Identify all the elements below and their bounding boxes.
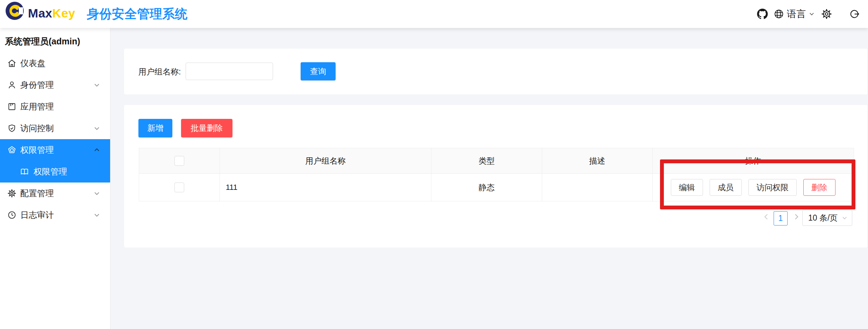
sidebar-item-label: 应用管理	[20, 101, 54, 112]
sidebar-item-dashboard[interactable]: 仪表盘	[0, 52, 110, 74]
header-type: 类型	[431, 148, 542, 174]
chevron-down-icon	[93, 212, 100, 219]
sidebar-item-access-control[interactable]: 访问控制	[0, 117, 110, 139]
maxkey-admin-page: MaxKey 身份安全管理系统 语言	[0, 0, 868, 329]
search-panel: 用户组名称: 查询	[124, 49, 867, 94]
project-icon	[7, 102, 17, 112]
top-header: MaxKey 身份安全管理系统 语言	[0, 0, 868, 28]
sidebar-item-label: 仪表盘	[20, 58, 45, 69]
book-icon	[20, 167, 29, 177]
sidebar-subitem-permissions[interactable]: 权限管理	[0, 161, 110, 183]
brand-key: Key	[52, 6, 76, 20]
sidebar-item-audit-log[interactable]: 日志审计	[0, 204, 110, 226]
chevron-down-icon	[841, 215, 848, 221]
sidebar-item-label: 权限管理	[20, 144, 54, 156]
chevron-down-icon	[93, 125, 100, 132]
query-button[interactable]: 查询	[301, 62, 336, 80]
select-all-cell	[139, 148, 220, 174]
home-icon	[7, 58, 17, 68]
page-size-select[interactable]: 10 条/页	[802, 210, 852, 226]
group-name-label: 用户组名称:	[138, 66, 181, 77]
row-select-cell	[139, 174, 220, 201]
language-label: 语言	[787, 8, 806, 20]
members-button[interactable]: 成员	[710, 179, 742, 196]
sidebar-nav: 仪表盘 身份管理 应用管理	[0, 52, 110, 226]
brand-wordmark: MaxKey	[28, 6, 75, 20]
sidebar-item-label: 身份管理	[20, 79, 54, 91]
pagination-prev-icon[interactable]	[762, 213, 770, 221]
user-icon	[7, 80, 17, 90]
table-row: 111 静态 编辑 成员 访问权限 删除	[139, 174, 854, 201]
maxkey-c-logo	[5, 1, 24, 21]
cell-group-name: 111	[220, 174, 431, 201]
chevron-down-icon	[93, 190, 100, 197]
sidebar-item-applications[interactable]: 应用管理	[0, 96, 110, 117]
sidebar-item-permissions[interactable]: 权限管理	[0, 139, 110, 161]
group-name-input[interactable]	[186, 63, 273, 80]
chevron-up-icon	[93, 146, 100, 153]
batch-delete-button[interactable]: 批量删除	[181, 119, 232, 137]
sidebar-item-label: 访问控制	[20, 123, 54, 134]
language-chevron-down-icon	[809, 11, 815, 17]
language-selector[interactable]: 语言	[774, 0, 815, 28]
row-checkbox[interactable]	[174, 183, 184, 192]
sidebar-user-title: 系统管理员(admin)	[5, 36, 80, 47]
sidebar-item-identity[interactable]: 身份管理	[0, 74, 110, 96]
clock-icon	[7, 210, 17, 220]
header-actions: 操作	[652, 148, 854, 174]
pagination-page-1[interactable]: 1	[774, 211, 788, 226]
table-header-row: 用户组名称 类型 描述 操作	[139, 148, 854, 174]
sidebar-item-label: 配置管理	[20, 188, 54, 199]
select-all-checkbox[interactable]	[174, 156, 184, 166]
sidebar: 系统管理员(admin) 仪表盘 身份管理	[0, 28, 110, 329]
access-permission-button[interactable]: 访问权限	[748, 179, 797, 196]
cell-type: 静态	[431, 174, 542, 201]
delete-button[interactable]: 删除	[803, 179, 835, 196]
logout-icon[interactable]	[849, 9, 860, 19]
settings-gear-icon[interactable]	[821, 8, 832, 20]
sidebar-item-label: 日志审计	[20, 209, 54, 221]
row-action-buttons: 编辑 成员 访问权限 删除	[671, 179, 835, 196]
page-size-value: 10 条/页	[803, 213, 841, 223]
gear-icon	[7, 188, 17, 198]
brand-max: Max	[28, 6, 52, 20]
page-title: 身份安全管理系统	[87, 6, 187, 23]
add-button[interactable]: 新增	[138, 119, 172, 137]
header-group-name: 用户组名称	[220, 148, 431, 174]
sidebar-item-configuration[interactable]: 配置管理	[0, 183, 110, 204]
edit-button[interactable]: 编辑	[671, 179, 703, 196]
cell-description	[542, 174, 652, 201]
globe-icon	[774, 9, 784, 19]
chevron-down-icon	[93, 81, 100, 88]
pagination-next-icon[interactable]	[792, 213, 801, 221]
group-list-panel: 新增 批量删除 用户组名称 类型 描述 操作 111 静态	[124, 105, 867, 248]
shield-check-icon	[7, 123, 17, 133]
pentagon-icon	[7, 145, 17, 155]
github-icon[interactable]	[757, 8, 768, 20]
cell-actions: 编辑 成员 访问权限 删除	[652, 174, 854, 201]
header-description: 描述	[542, 148, 652, 174]
main-content: 用户组名称: 查询 新增 批量删除 用户组名称 类型 描述 操作	[110, 28, 868, 329]
sidebar-item-label: 权限管理	[34, 166, 67, 177]
group-table: 用户组名称 类型 描述 操作 111 静态 编辑 成员	[139, 148, 854, 201]
